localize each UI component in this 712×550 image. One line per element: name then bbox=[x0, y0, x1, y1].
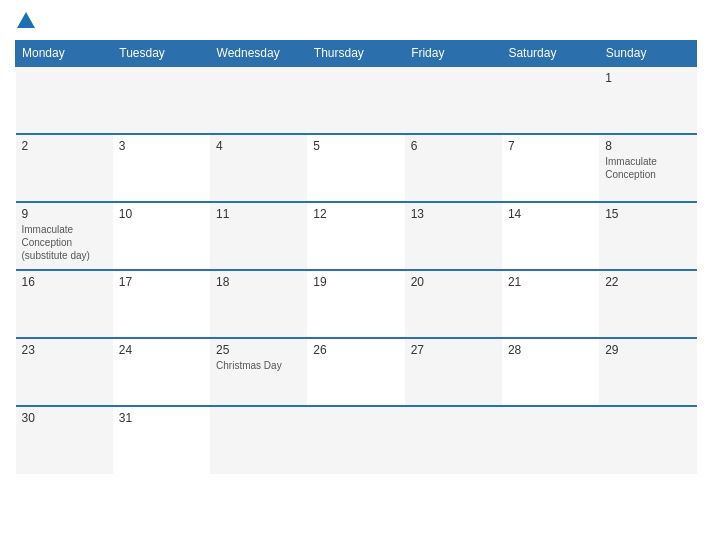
day-number: 9 bbox=[22, 207, 107, 221]
calendar-header bbox=[15, 10, 697, 32]
calendar-cell: 16 bbox=[16, 270, 113, 338]
day-number: 13 bbox=[411, 207, 496, 221]
day-number: 19 bbox=[313, 275, 398, 289]
day-number: 24 bbox=[119, 343, 204, 357]
day-number: 12 bbox=[313, 207, 398, 221]
calendar-cell: 9Immaculate Conception (substitute day) bbox=[16, 202, 113, 270]
day-number: 3 bbox=[119, 139, 204, 153]
calendar-week-row: 3031 bbox=[16, 406, 697, 474]
weekday-header-row: MondayTuesdayWednesdayThursdayFridaySatu… bbox=[16, 41, 697, 67]
calendar-week-row: 2345678Immaculate Conception bbox=[16, 134, 697, 202]
calendar-cell bbox=[210, 66, 307, 134]
calendar-cell: 25Christmas Day bbox=[210, 338, 307, 406]
day-number: 6 bbox=[411, 139, 496, 153]
day-number: 27 bbox=[411, 343, 496, 357]
weekday-header-saturday: Saturday bbox=[502, 41, 599, 67]
calendar-cell: 4 bbox=[210, 134, 307, 202]
day-number: 10 bbox=[119, 207, 204, 221]
calendar-cell: 15 bbox=[599, 202, 696, 270]
calendar-cell bbox=[307, 66, 404, 134]
calendar-cell: 6 bbox=[405, 134, 502, 202]
calendar-cell bbox=[502, 406, 599, 474]
calendar-cell: 17 bbox=[113, 270, 210, 338]
day-number: 17 bbox=[119, 275, 204, 289]
day-number: 29 bbox=[605, 343, 690, 357]
day-number: 7 bbox=[508, 139, 593, 153]
day-number: 25 bbox=[216, 343, 301, 357]
calendar-cell: 13 bbox=[405, 202, 502, 270]
calendar-cell: 30 bbox=[16, 406, 113, 474]
calendar-cell: 18 bbox=[210, 270, 307, 338]
calendar-cell bbox=[599, 406, 696, 474]
day-number: 20 bbox=[411, 275, 496, 289]
day-number: 8 bbox=[605, 139, 690, 153]
weekday-header-tuesday: Tuesday bbox=[113, 41, 210, 67]
day-number: 26 bbox=[313, 343, 398, 357]
holiday-label: Immaculate Conception (substitute day) bbox=[22, 223, 107, 262]
calendar-cell bbox=[405, 66, 502, 134]
day-number: 11 bbox=[216, 207, 301, 221]
day-number: 1 bbox=[605, 71, 690, 85]
weekday-header-thursday: Thursday bbox=[307, 41, 404, 67]
calendar-cell bbox=[405, 406, 502, 474]
calendar-cell: 21 bbox=[502, 270, 599, 338]
weekday-header-sunday: Sunday bbox=[599, 41, 696, 67]
holiday-label: Christmas Day bbox=[216, 359, 301, 372]
calendar-cell: 24 bbox=[113, 338, 210, 406]
calendar-cell: 23 bbox=[16, 338, 113, 406]
day-number: 14 bbox=[508, 207, 593, 221]
day-number: 21 bbox=[508, 275, 593, 289]
weekday-header-friday: Friday bbox=[405, 41, 502, 67]
calendar-cell bbox=[16, 66, 113, 134]
calendar-cell: 29 bbox=[599, 338, 696, 406]
day-number: 23 bbox=[22, 343, 107, 357]
day-number: 2 bbox=[22, 139, 107, 153]
calendar-cell: 28 bbox=[502, 338, 599, 406]
calendar-week-row: 232425Christmas Day26272829 bbox=[16, 338, 697, 406]
day-number: 5 bbox=[313, 139, 398, 153]
calendar-week-row: 9Immaculate Conception (substitute day)1… bbox=[16, 202, 697, 270]
weekday-header-monday: Monday bbox=[16, 41, 113, 67]
calendar-cell: 19 bbox=[307, 270, 404, 338]
day-number: 22 bbox=[605, 275, 690, 289]
logo bbox=[15, 10, 37, 32]
calendar-cell: 22 bbox=[599, 270, 696, 338]
day-number: 4 bbox=[216, 139, 301, 153]
weekday-header-wednesday: Wednesday bbox=[210, 41, 307, 67]
calendar-cell: 12 bbox=[307, 202, 404, 270]
calendar-cell: 14 bbox=[502, 202, 599, 270]
calendar-cell: 7 bbox=[502, 134, 599, 202]
calendar-cell bbox=[113, 66, 210, 134]
calendar-cell: 31 bbox=[113, 406, 210, 474]
calendar-cell: 20 bbox=[405, 270, 502, 338]
holiday-label: Immaculate Conception bbox=[605, 155, 690, 181]
calendar-week-row: 1 bbox=[16, 66, 697, 134]
calendar-cell: 3 bbox=[113, 134, 210, 202]
svg-marker-0 bbox=[17, 12, 35, 28]
day-number: 15 bbox=[605, 207, 690, 221]
calendar-cell: 11 bbox=[210, 202, 307, 270]
calendar-week-row: 16171819202122 bbox=[16, 270, 697, 338]
calendar-cell: 26 bbox=[307, 338, 404, 406]
calendar-cell: 2 bbox=[16, 134, 113, 202]
calendar-cell: 1 bbox=[599, 66, 696, 134]
calendar-cell bbox=[502, 66, 599, 134]
calendar-cell: 8Immaculate Conception bbox=[599, 134, 696, 202]
logo-icon bbox=[15, 10, 37, 32]
day-number: 18 bbox=[216, 275, 301, 289]
calendar-cell bbox=[210, 406, 307, 474]
day-number: 16 bbox=[22, 275, 107, 289]
calendar-cell bbox=[307, 406, 404, 474]
day-number: 28 bbox=[508, 343, 593, 357]
calendar-table: MondayTuesdayWednesdayThursdayFridaySatu… bbox=[15, 40, 697, 474]
calendar-cell: 27 bbox=[405, 338, 502, 406]
day-number: 31 bbox=[119, 411, 204, 425]
calendar-cell: 5 bbox=[307, 134, 404, 202]
day-number: 30 bbox=[22, 411, 107, 425]
calendar-cell: 10 bbox=[113, 202, 210, 270]
